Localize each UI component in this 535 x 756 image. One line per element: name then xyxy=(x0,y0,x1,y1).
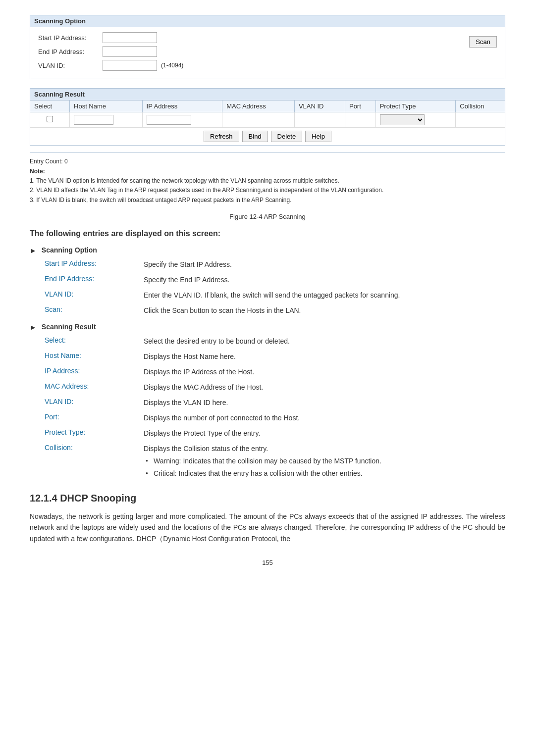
collision-bullet-1: Warning: Indicates that the collision ma… xyxy=(144,456,505,466)
desc-term-scan: Scan: xyxy=(45,305,144,313)
section-intro: The following entries are displayed on t… xyxy=(30,229,505,238)
scanning-result-box: Scanning Result Select Host Name IP Addr… xyxy=(30,88,505,146)
vlan-id-row: VLAN ID: (1-4094) xyxy=(38,60,497,71)
desc-def-ip-address: Displays the IP Address of the Host. xyxy=(144,367,505,377)
protect-type-select[interactable] xyxy=(380,114,425,125)
desc-term-vlan-id: VLAN ID: xyxy=(45,290,144,298)
entry-count: Entry Count: 0 xyxy=(30,158,505,165)
cell-protect xyxy=(375,112,456,128)
scanning-option-box: Scanning Option Scan Start IP Address: E… xyxy=(30,15,505,79)
result-table-header-row: Select Host Name IP Address MAC Address … xyxy=(30,101,505,112)
desc-term-end-ip: End IP Address: xyxy=(45,275,144,283)
col-ip: IP Address xyxy=(142,101,222,112)
page-number: 155 xyxy=(30,559,505,566)
desc-def-vlan-id-result: Displays the VLAN ID here. xyxy=(144,398,505,408)
dhcp-paragraph: Nowadays, the network is getting larger … xyxy=(30,511,505,544)
scanning-result-desc-table: Select: Select the desired entry to be b… xyxy=(45,336,505,481)
cell-checkbox[interactable] xyxy=(30,112,70,128)
col-collision: Collision xyxy=(456,101,505,112)
desc-def-collision: Displays the Collision status of the ent… xyxy=(144,444,505,481)
start-ip-label: Start IP Address: xyxy=(38,34,103,42)
desc-row-protect-type: Protect Type: Displays the Protect Type … xyxy=(45,428,505,439)
vlan-hint: (1-4094) xyxy=(161,62,183,69)
collision-main-def: Displays the Collision status of the ent… xyxy=(144,445,268,453)
result-table: Select Host Name IP Address MAC Address … xyxy=(30,101,505,127)
desc-row-hostname: Host Name: Displays the Host Name here. xyxy=(45,352,505,362)
scanning-result-title: Scanning Result xyxy=(42,323,96,331)
arrow-icon: ► xyxy=(30,247,37,254)
bind-button[interactable]: Bind xyxy=(242,131,268,142)
desc-term-port: Port: xyxy=(45,413,144,421)
desc-term-protect-type: Protect Type: xyxy=(45,428,144,436)
desc-row-end-ip: End IP Address: Specify the End IP Addre… xyxy=(45,275,505,285)
desc-row-select: Select: Select the desired entry to be b… xyxy=(45,336,505,347)
separator xyxy=(30,152,505,153)
hostname-input[interactable] xyxy=(74,115,113,125)
cell-port xyxy=(345,112,375,128)
action-button-row: Refresh Bind Delete Help xyxy=(30,127,505,145)
col-vlan: VLAN ID xyxy=(294,101,345,112)
desc-def-port: Displays the number of port connected to… xyxy=(144,413,505,423)
note-section: Note: 1. The VLAN ID option is intended … xyxy=(30,167,505,205)
collision-bullets: Warning: Indicates that the collision ma… xyxy=(144,456,505,479)
cell-ip xyxy=(142,112,222,128)
start-ip-input[interactable] xyxy=(103,32,157,43)
cell-vlan xyxy=(294,112,345,128)
desc-def-protect-type: Displays the Protect Type of the entry. xyxy=(144,428,505,439)
end-ip-input[interactable] xyxy=(103,46,157,57)
scanning-result-header: Scanning Result xyxy=(30,89,505,101)
desc-def-mac-address: Displays the MAC Address of the Host. xyxy=(144,382,505,393)
desc-term-hostname: Host Name: xyxy=(45,352,144,359)
cell-mac xyxy=(222,112,295,128)
collision-bullet-2: Critical: Indicates that the entry has a… xyxy=(144,468,505,479)
desc-term-start-ip: Start IP Address: xyxy=(45,259,144,267)
note-label: Note: xyxy=(30,168,45,175)
cell-collision xyxy=(456,112,505,128)
delete-button[interactable]: Delete xyxy=(271,131,303,142)
desc-row-ip-address: IP Address: Displays the IP Address of t… xyxy=(45,367,505,377)
scanning-option-description: ► Scanning Option Start IP Address: Spec… xyxy=(30,246,505,316)
desc-def-select: Select the desired entry to be bound or … xyxy=(144,336,505,347)
desc-def-scan: Click the Scan button to scan the Hosts … xyxy=(144,305,505,316)
desc-row-start-ip: Start IP Address: Specify the Start IP A… xyxy=(45,259,505,270)
col-protect: Protect Type xyxy=(375,101,456,112)
cell-hostname xyxy=(70,112,143,128)
col-mac: MAC Address xyxy=(222,101,295,112)
desc-term-ip-address: IP Address: xyxy=(45,367,144,375)
vlan-id-input[interactable] xyxy=(103,60,157,71)
table-row xyxy=(30,112,505,128)
figure-caption: Figure 12-4 ARP Scanning xyxy=(30,213,505,220)
scanning-option-title: Scanning Option xyxy=(42,246,97,254)
desc-row-port: Port: Displays the number of port connec… xyxy=(45,413,505,423)
desc-row-scan: Scan: Click the Scan button to scan the … xyxy=(45,305,505,316)
desc-term-vlan-id-result: VLAN ID: xyxy=(45,398,144,405)
desc-term-collision: Collision: xyxy=(45,444,144,452)
vlan-id-label: VLAN ID: xyxy=(38,62,103,69)
desc-def-vlan-id: Enter the VLAN ID. If blank, the switch … xyxy=(144,290,505,301)
start-ip-row: Start IP Address: xyxy=(38,32,497,43)
ip-input[interactable] xyxy=(147,115,191,125)
note-item-1: 1. The VLAN ID option is intended for sc… xyxy=(30,177,339,184)
end-ip-label: End IP Address: xyxy=(38,48,103,55)
help-button[interactable]: Help xyxy=(305,131,331,142)
scanning-result-bullet-header: ► Scanning Result xyxy=(30,323,505,331)
refresh-button[interactable]: Refresh xyxy=(204,131,239,142)
scanning-option-bullet-header: ► Scanning Option xyxy=(30,246,505,254)
desc-row-collision: Collision: Displays the Collision status… xyxy=(45,444,505,481)
scanning-result-description: ► Scanning Result Select: Select the des… xyxy=(30,323,505,481)
note-item-3: 3. If VLAN ID is blank, the switch will … xyxy=(30,197,292,203)
dhcp-heading: 12.1.4 DHCP Snooping xyxy=(30,493,505,504)
scanning-option-header: Scanning Option xyxy=(30,15,505,27)
desc-row-vlan-id: VLAN ID: Enter the VLAN ID. If blank, th… xyxy=(45,290,505,301)
desc-term-mac-address: MAC Address: xyxy=(45,382,144,390)
col-hostname: Host Name xyxy=(70,101,143,112)
col-select: Select xyxy=(30,101,70,112)
arrow-icon-2: ► xyxy=(30,323,37,331)
desc-def-start-ip: Specify the Start IP Address. xyxy=(144,259,505,270)
desc-row-mac-address: MAC Address: Displays the MAC Address of… xyxy=(45,382,505,393)
col-port: Port xyxy=(345,101,375,112)
row-checkbox[interactable] xyxy=(47,116,53,122)
scan-button[interactable]: Scan xyxy=(469,36,497,48)
note-item-2: 2. VLAN ID affects the VLAN Tag in the A… xyxy=(30,187,383,194)
desc-row-vlan-id-result: VLAN ID: Displays the VLAN ID here. xyxy=(45,398,505,408)
